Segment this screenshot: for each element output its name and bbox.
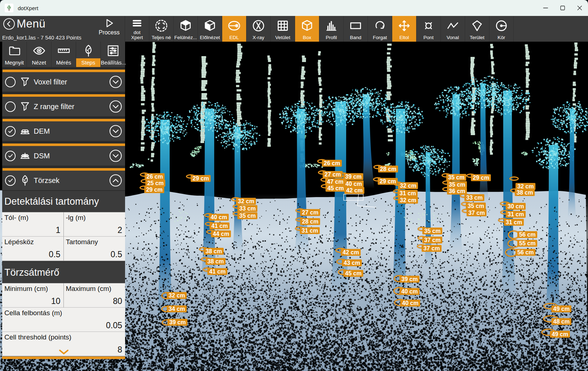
toolbar-button-vet-let[interactable]: Vetület bbox=[271, 16, 295, 42]
minimize-button[interactable] bbox=[537, 0, 554, 16]
field-value: 0.5 bbox=[111, 250, 122, 259]
field-value: 80 bbox=[113, 296, 122, 306]
section-label: Voxel filter bbox=[34, 78, 109, 86]
funnel-icon bbox=[18, 100, 32, 113]
sidebar-tab-be-ll-t-s-[interactable]: Beállítás... bbox=[101, 42, 125, 67]
sidebar-tab-steps[interactable]: Steps bbox=[76, 42, 101, 67]
cube-top-icon bbox=[174, 16, 198, 35]
sidebar-tab-label: Beállítás... bbox=[101, 58, 125, 67]
histogram-icon bbox=[319, 16, 343, 35]
field-l-p-sk-z[interactable]: Lépésköz0.5 bbox=[2, 237, 64, 261]
toolbar-button-teljes-n-[interactable]: Teljes né bbox=[149, 16, 174, 42]
field-t-l-m-[interactable]: Tól- (m)1 bbox=[2, 212, 64, 237]
toolbar-button-vonal[interactable]: Vonal bbox=[441, 16, 465, 42]
toolbar-button-el-ln-zet[interactable]: Előlnézet bbox=[198, 16, 222, 42]
toolbar-button-label: dot Xpert bbox=[131, 30, 143, 40]
sidebar-tab-n-zet[interactable]: Nézet bbox=[27, 42, 51, 67]
edl-icon bbox=[222, 16, 246, 35]
field-cell-threshold-points-[interactable]: Cell threshold (points)8 bbox=[2, 332, 125, 356]
section-gap bbox=[2, 116, 125, 119]
section-checkbox[interactable] bbox=[5, 151, 16, 161]
filter-section-z-range-filter: Z range filter bbox=[2, 92, 125, 116]
eye-icon bbox=[32, 44, 46, 58]
menu-button[interactable]: Menü bbox=[3, 17, 46, 30]
toolbar-button-band[interactable]: Band bbox=[344, 16, 368, 42]
field-label: Lépésköz bbox=[4, 238, 34, 246]
toolbar-button-k-r[interactable]: Kör bbox=[489, 16, 514, 42]
field-label: Cell threshold (points) bbox=[4, 333, 71, 341]
polygon-icon bbox=[465, 16, 489, 35]
maximize-icon bbox=[558, 4, 567, 12]
sidebar-tab-label: Megnyit bbox=[2, 58, 26, 67]
field-minimum-cm-[interactable]: Minimum (cm)10 bbox=[2, 283, 64, 308]
process-button[interactable]: Process bbox=[99, 17, 120, 36]
section-accent-bar bbox=[3, 70, 125, 72]
field-value: 0.5 bbox=[49, 250, 61, 259]
rotate-icon bbox=[368, 16, 392, 35]
toolbar-button-label: X-ray bbox=[253, 35, 264, 40]
minimize-icon bbox=[541, 4, 550, 12]
chevron-up-icon[interactable] bbox=[109, 174, 122, 187]
chevron-down-icon[interactable] bbox=[109, 149, 122, 162]
close-button[interactable] bbox=[571, 0, 588, 16]
field-label: -lg (m) bbox=[66, 214, 86, 222]
point-icon bbox=[417, 16, 440, 35]
toolbar-button-eltol[interactable]: Eltol bbox=[392, 16, 417, 42]
field-value: 2 bbox=[117, 225, 122, 235]
field--lg-m-[interactable]: -lg (m)2 bbox=[64, 212, 125, 237]
toolbar-button-label: Vetület bbox=[275, 35, 290, 40]
field-label: Maximum (cm) bbox=[66, 285, 112, 293]
section-accent-bar bbox=[3, 94, 125, 97]
section-checkbox[interactable] bbox=[5, 101, 16, 112]
expand-chevron-icon[interactable] bbox=[57, 349, 71, 356]
layers-plus-icon bbox=[18, 150, 32, 162]
field-label: Tartomány bbox=[66, 238, 98, 246]
toolbar-button-pont[interactable]: Pont bbox=[417, 16, 441, 42]
toolbar-button-fel-ln-z-[interactable]: Felülnéz... bbox=[174, 16, 198, 42]
toolbar-button-forgat[interactable]: Forgat bbox=[368, 16, 392, 42]
chevron-down-icon[interactable] bbox=[109, 125, 122, 138]
section-accent-bar bbox=[3, 168, 125, 171]
toolbar-button-label: Profil bbox=[326, 35, 337, 40]
sidebar-tab-m-r-s[interactable]: Mérés bbox=[51, 42, 76, 67]
toolbar-button-label: Terület bbox=[470, 35, 485, 40]
move-icon bbox=[392, 16, 416, 35]
section-checkbox[interactable] bbox=[5, 175, 16, 186]
toolbar-button-x-ray[interactable]: X-ray bbox=[247, 16, 271, 42]
app-title: dotXpert bbox=[18, 5, 38, 11]
toolbar-buttons: dot XpertTeljes néFelülnéz...ElőlnézetED… bbox=[125, 16, 514, 42]
sidebar-tab-label: Mérés bbox=[51, 58, 76, 67]
field-tartom-ny[interactable]: Tartomány0.5 bbox=[64, 237, 125, 261]
toolbar-button-label: EDL bbox=[229, 35, 239, 40]
field-label: Minimum (cm) bbox=[4, 285, 48, 293]
tree-icon bbox=[82, 44, 95, 58]
main-toolbar: Menü Process Erdo_kor1.las - 7 540 423 P… bbox=[0, 16, 588, 42]
field-maximum-cm-[interactable]: Maximum (cm)80 bbox=[64, 283, 125, 308]
rectangle-icon bbox=[344, 16, 368, 35]
filter-section-t-rzsek: Törzsek bbox=[2, 166, 125, 190]
section-checkbox[interactable] bbox=[5, 126, 16, 137]
section-gap bbox=[2, 166, 125, 168]
chevron-down-icon[interactable] bbox=[109, 75, 122, 88]
chevron-down-icon[interactable] bbox=[109, 100, 122, 113]
field-value: 1 bbox=[56, 225, 61, 235]
field-cella-felbont-s-m-[interactable]: Cella felbontás (m)0.05 bbox=[2, 308, 125, 332]
toolbar-button-box[interactable]: Box bbox=[295, 16, 319, 42]
cube-icon bbox=[295, 16, 319, 35]
toolbar-button-ter-let[interactable]: Terület bbox=[465, 16, 489, 42]
toolbar-button-label: Pont bbox=[423, 35, 434, 40]
maximize-button[interactable] bbox=[554, 0, 571, 16]
sidebar-tab-label: Steps bbox=[76, 58, 100, 67]
section-label: Z range filter bbox=[34, 103, 109, 111]
toolbar-button-dot-xpert[interactable]: dot Xpert bbox=[125, 16, 149, 42]
toolbar-button-label: Box bbox=[303, 35, 311, 40]
toolbar-button-profil[interactable]: Profil bbox=[319, 16, 344, 42]
toolbar-button-edl[interactable]: EDL bbox=[222, 16, 247, 42]
filter-section-dsm: DSM bbox=[2, 141, 125, 166]
process-label: Process bbox=[99, 29, 120, 36]
section-checkbox[interactable] bbox=[5, 77, 16, 87]
section-label: Törzsek bbox=[34, 176, 109, 185]
toolbar-button-label: Felülnéz... bbox=[174, 35, 197, 40]
field-label: Cella felbontás (m) bbox=[4, 309, 62, 317]
sidebar-tab-megnyit[interactable]: Megnyit bbox=[2, 42, 27, 67]
